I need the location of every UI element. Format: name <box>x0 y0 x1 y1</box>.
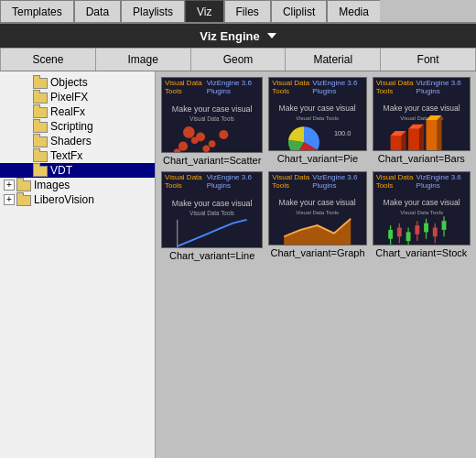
thumb-card-line: Visual Data Tools VizEngine 3.6 Plugins … <box>161 171 263 247</box>
tab-data[interactable]: Data <box>74 0 121 22</box>
thumb-line[interactable]: Visual Data Tools VizEngine 3.6 Plugins … <box>161 171 263 260</box>
tree-item-realfx[interactable]: RealFx <box>0 104 155 119</box>
tree-item-vdt[interactable]: VDT <box>0 163 155 178</box>
tab-scene[interactable]: Scene <box>0 48 95 71</box>
thumb-scatter[interactable]: Visual Data Tools VizEngine 3.6 Plugins … <box>161 77 263 166</box>
svg-point-8 <box>209 140 216 147</box>
svg-rect-48 <box>397 228 402 237</box>
thumb-pie[interactable]: Visual Data Tools VizEngine 3.6 Plugins … <box>268 77 366 166</box>
thumb-label-line: Chart_variant=Line <box>168 250 256 261</box>
thumb-bars[interactable]: Visual Data Tools VizEngine 3.6 Plugins … <box>373 77 471 166</box>
svg-point-2 <box>178 142 188 151</box>
thumb-card-pie: Visual Data Tools VizEngine 3.6 Plugins … <box>268 77 366 151</box>
tree-item-shaders[interactable]: Shaders <box>0 134 155 148</box>
thumb-label-bars: Chart_variant=Bars <box>376 153 467 164</box>
folder-icon <box>33 106 48 117</box>
engine-bar[interactable]: Viz Engine <box>0 24 476 48</box>
tab-image[interactable]: Image <box>95 48 190 71</box>
folder-icon <box>33 121 48 132</box>
svg-text:Visual Data Tools: Visual Data Tools <box>400 209 443 215</box>
svg-text:Make your case visual: Make your case visual <box>279 199 356 208</box>
svg-point-4 <box>183 126 195 138</box>
tree-item-images[interactable]: + Images <box>0 178 155 192</box>
top-navigation: Templates Data Playlists Viz Files Clipl… <box>0 0 476 24</box>
svg-text:Visual Data Tools: Visual Data Tools <box>297 114 340 121</box>
tab-font[interactable]: Font <box>380 48 476 71</box>
engine-dropdown-arrow[interactable] <box>267 33 276 38</box>
tab-material[interactable]: Material <box>285 48 380 71</box>
expand-icon[interactable]: + <box>4 180 15 191</box>
engine-label: Viz Engine <box>200 29 260 43</box>
svg-text:Visual Data Tools: Visual Data Tools <box>297 209 340 215</box>
folder-icon <box>33 165 48 176</box>
tab-viz[interactable]: Viz <box>185 0 223 22</box>
folder-icon <box>16 194 31 205</box>
thumb-label-scatter: Chart_variant=Scatter <box>161 155 263 166</box>
tree-item-objects[interactable]: Objects <box>0 75 155 90</box>
thumb-label-pie: Chart_variant=Pie <box>276 153 360 164</box>
second-navigation: Scene Image Geom Material Font <box>0 48 476 71</box>
tab-templates[interactable]: Templates <box>0 0 74 22</box>
svg-rect-46 <box>388 230 393 239</box>
tree-item-scripting[interactable]: Scripting <box>0 119 155 134</box>
thumb-card-stock: Visual Data Tools VizEngine 3.6 Plugins … <box>373 171 471 245</box>
thumb-card-bars: Visual Data Tools VizEngine 3.6 Plugins … <box>373 77 471 151</box>
svg-text:Make your case visual: Make your case visual <box>172 199 253 208</box>
svg-rect-56 <box>432 228 437 237</box>
svg-rect-50 <box>406 233 410 242</box>
folder-icon <box>33 150 48 161</box>
folder-icon <box>16 180 31 191</box>
svg-text:Make your case visual: Make your case visual <box>172 104 253 114</box>
tree-item-liberovision[interactable]: + LiberoVision <box>0 192 155 207</box>
thumbnail-grid: Visual Data Tools VizEngine 3.6 Plugins … <box>161 77 471 261</box>
folder-icon <box>33 77 48 88</box>
svg-text:Visual Data Tools: Visual Data Tools <box>189 115 234 122</box>
thumb-graph[interactable]: Visual Data Tools VizEngine 3.6 Plugins … <box>268 171 366 260</box>
thumb-card-scatter: Visual Data Tools VizEngine 3.6 Plugins … <box>161 77 263 153</box>
content-area: Visual Data Tools VizEngine 3.6 Plugins … <box>156 71 476 458</box>
svg-point-7 <box>196 132 205 141</box>
main-content: Objects PixelFX RealFx Scripting <box>0 71 476 458</box>
svg-rect-54 <box>424 224 428 233</box>
thumb-label-graph: Chart_variant=Graph <box>268 247 366 258</box>
svg-rect-21 <box>426 120 437 151</box>
svg-rect-18 <box>408 129 419 151</box>
svg-rect-52 <box>415 226 419 235</box>
svg-text:100.0: 100.0 <box>334 129 351 137</box>
svg-point-9 <box>219 130 228 139</box>
svg-text:Visual Data Tools: Visual Data Tools <box>189 210 234 216</box>
thumb-stock[interactable]: Visual Data Tools VizEngine 3.6 Plugins … <box>373 171 471 260</box>
svg-marker-20 <box>419 125 424 151</box>
thumb-label-stock: Chart_variant=Stock <box>373 247 469 258</box>
svg-rect-58 <box>441 222 446 231</box>
folder-icon <box>33 92 48 103</box>
folder-icon <box>33 136 48 147</box>
tab-playlists[interactable]: Playlists <box>121 0 185 22</box>
tab-cliplist[interactable]: Cliplist <box>271 0 327 22</box>
tree-item-textfx[interactable]: TextFx <box>0 148 155 163</box>
svg-point-5 <box>203 145 211 152</box>
svg-text:Make your case visual: Make your case visual <box>279 104 356 113</box>
tab-files[interactable]: Files <box>224 0 271 22</box>
tree-item-pixelfx[interactable]: PixelFX <box>0 90 155 104</box>
tab-geom[interactable]: Geom <box>190 48 286 71</box>
expand-icon[interactable]: + <box>4 194 15 205</box>
svg-text:Make your case visual: Make your case visual <box>383 199 460 208</box>
svg-rect-15 <box>390 136 401 151</box>
tab-media[interactable]: Media <box>327 0 380 22</box>
thumb-card-graph: Visual Data Tools VizEngine 3.6 Plugins … <box>268 171 366 245</box>
tree-panel: Objects PixelFX RealFx Scripting <box>0 71 156 458</box>
svg-marker-23 <box>437 115 441 150</box>
svg-text:Make your case visual: Make your case visual <box>383 104 460 113</box>
